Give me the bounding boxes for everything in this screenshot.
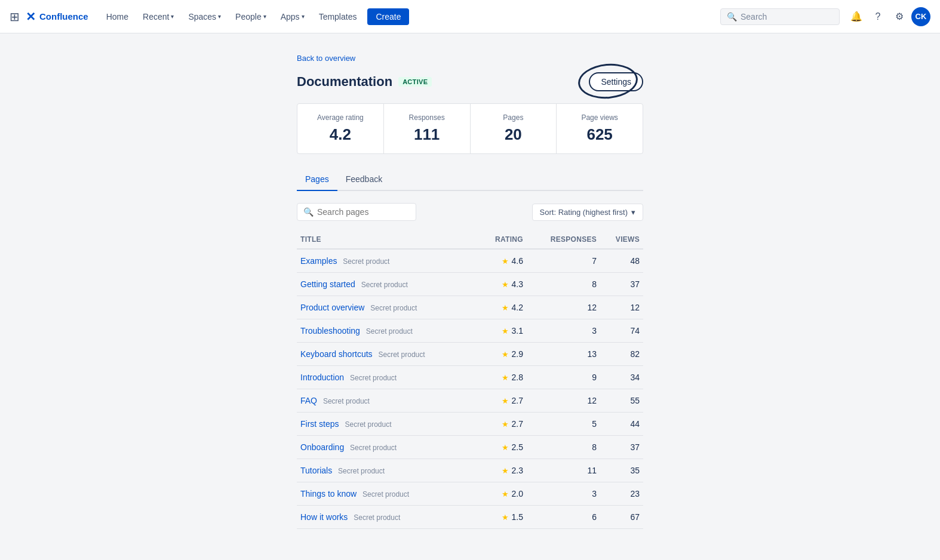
page-link[interactable]: How it works (300, 512, 348, 522)
cell-views: 23 (600, 482, 643, 506)
tab-pages[interactable]: Pages (297, 168, 337, 191)
cell-responses: 5 (527, 413, 600, 436)
table-controls: 🔍 Sort: Rating (highest first) ▾ (297, 203, 643, 221)
page-header: Documentation ACTIVE Settings (297, 72, 643, 91)
cell-rating: ★ 2.0 (478, 482, 527, 506)
cell-views: 67 (600, 506, 643, 529)
search-box[interactable]: 🔍 Search (720, 8, 840, 25)
cell-rating: ★ 2.8 (478, 366, 527, 389)
help-button[interactable]: ? (868, 7, 887, 26)
table-row: Getting started Secret product ★ 4.3 8 3… (297, 273, 643, 296)
page-link[interactable]: Things to know (300, 489, 357, 499)
nav-icon-group: 🔔 ? ⚙ CK (847, 7, 930, 26)
nav-recent[interactable]: Recent ▾ (137, 8, 180, 25)
page-link[interactable]: First steps (300, 419, 339, 429)
cell-views: 82 (600, 343, 643, 366)
logo[interactable]: ✕ Confluence (26, 10, 88, 24)
cell-rating: ★ 4.3 (478, 273, 527, 296)
settings-button-main[interactable]: Settings (589, 72, 643, 91)
avatar[interactable]: CK (911, 7, 930, 26)
star-icon: ★ (502, 280, 509, 289)
nav-templates[interactable]: Templates (313, 8, 363, 25)
cell-title: Introduction Secret product (297, 366, 478, 389)
page-link[interactable]: Tutorials (300, 466, 332, 475)
page-link[interactable]: Examples (300, 256, 337, 266)
star-icon: ★ (502, 443, 509, 452)
table-row: First steps Secret product ★ 2.7 5 44 (297, 413, 643, 436)
star-icon: ★ (502, 490, 509, 499)
space-label: Secret product (323, 397, 370, 405)
star-icon: ★ (502, 303, 509, 312)
page-link[interactable]: Introduction (300, 373, 344, 382)
cell-rating: ★ 4.2 (478, 296, 527, 319)
rating-value: 2.9 (512, 349, 523, 359)
cell-rating: ★ 2.5 (478, 436, 527, 459)
cell-title: Getting started Secret product (297, 273, 478, 296)
rating-value: 2.5 (512, 442, 523, 452)
cell-views: 44 (600, 413, 643, 436)
status-badge: ACTIVE (398, 77, 432, 87)
cell-views: 55 (600, 389, 643, 413)
col-rating: Rating (478, 230, 527, 249)
nav-spaces[interactable]: Spaces ▾ (182, 8, 227, 25)
cell-rating: ★ 2.7 (478, 389, 527, 413)
spaces-chevron-icon: ▾ (218, 13, 221, 20)
search-pages-input[interactable] (317, 207, 410, 217)
navbar: ⊞ ✕ Confluence Home Recent ▾ Spaces ▾ Pe… (0, 0, 940, 33)
cell-rating: ★ 1.5 (478, 506, 527, 529)
table-row: Onboarding Secret product ★ 2.5 8 37 (297, 436, 643, 459)
page-link[interactable]: Product overview (300, 303, 364, 312)
cell-title: Keyboard shortcuts Secret product (297, 343, 478, 366)
nav-apps[interactable]: Apps ▾ (275, 8, 311, 25)
col-views: Views (600, 230, 643, 249)
stat-pages: Pages 20 (471, 104, 557, 153)
settings-wrapper: Settings (589, 72, 643, 91)
cell-responses: 12 (527, 389, 600, 413)
page-link[interactable]: Troubleshooting (300, 326, 360, 336)
cell-responses: 3 (527, 319, 600, 343)
nav-home[interactable]: Home (100, 8, 134, 25)
table-row: Keyboard shortcuts Secret product ★ 2.9 … (297, 343, 643, 366)
create-button[interactable]: Create (367, 8, 409, 25)
space-label: Secret product (343, 257, 389, 266)
page-link[interactable]: Keyboard shortcuts (300, 349, 373, 359)
search-icon: 🔍 (727, 12, 737, 21)
stat-page-views: Page views 625 (557, 104, 643, 153)
search-pages-box[interactable]: 🔍 (297, 203, 416, 221)
stat-average-rating: Average rating 4.2 (297, 104, 384, 153)
cell-title: Things to know Secret product (297, 482, 478, 506)
pages-table: Title Rating Responses Views Examples Se… (297, 230, 643, 529)
star-icon: ★ (502, 327, 509, 336)
cell-title: Onboarding Secret product (297, 436, 478, 459)
rating-value: 2.0 (512, 489, 523, 499)
table-row: Product overview Secret product ★ 4.2 12… (297, 296, 643, 319)
rating-value: 1.5 (512, 512, 523, 522)
page-link[interactable]: FAQ (300, 396, 317, 405)
star-icon: ★ (502, 513, 509, 522)
space-label: Secret product (350, 374, 397, 382)
table-row: Troubleshooting Secret product ★ 3.1 3 7… (297, 319, 643, 343)
page-link[interactable]: Getting started (300, 279, 355, 289)
grid-icon[interactable]: ⊞ (10, 10, 20, 24)
cell-rating: ★ 2.7 (478, 413, 527, 436)
star-icon: ★ (502, 420, 509, 429)
page-link[interactable]: Onboarding (300, 442, 344, 452)
cell-views: 48 (600, 249, 643, 273)
space-label: Secret product (366, 327, 413, 336)
rating-value: 2.7 (512, 396, 523, 405)
main-content: Back to overview Documentation ACTIVE Se… (0, 33, 940, 548)
cell-responses: 3 (527, 482, 600, 506)
star-icon: ★ (502, 257, 509, 266)
tab-feedback[interactable]: Feedback (337, 168, 391, 191)
table-row: Things to know Secret product ★ 2.0 3 23 (297, 482, 643, 506)
rating-value: 2.7 (512, 419, 523, 429)
nav-people[interactable]: People ▾ (229, 8, 272, 25)
notifications-button[interactable]: 🔔 (847, 7, 866, 26)
cell-title: First steps Secret product (297, 413, 478, 436)
sort-button[interactable]: Sort: Rating (highest first) ▾ (532, 204, 643, 221)
apps-chevron-icon: ▾ (302, 13, 305, 20)
star-icon: ★ (502, 350, 509, 359)
settings-button[interactable]: ⚙ (890, 7, 909, 26)
back-link[interactable]: Back to overview (297, 54, 355, 63)
cell-rating: ★ 3.1 (478, 319, 527, 343)
